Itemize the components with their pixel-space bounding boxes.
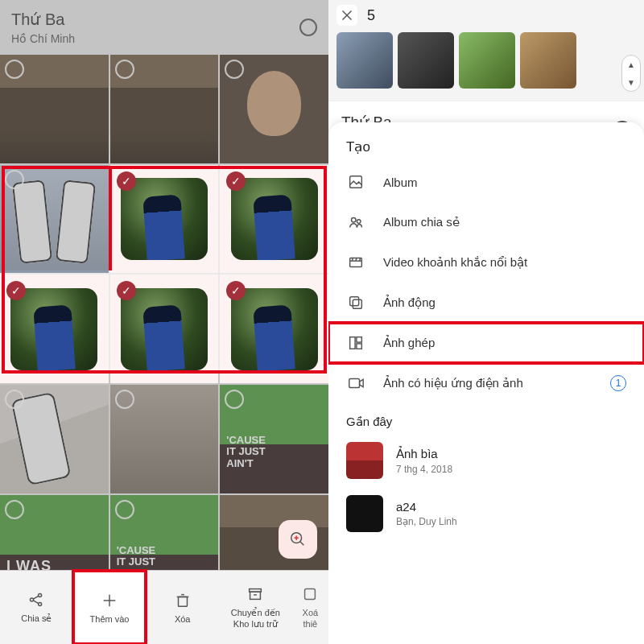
- right-top-preview: 5 ▲ ▼: [328, 0, 644, 101]
- zoom-fab[interactable]: [279, 520, 317, 559]
- photo-thumb-selected[interactable]: [0, 275, 109, 383]
- chevron-down-icon: ▼: [627, 78, 635, 87]
- menu-label: Album: [383, 175, 418, 189]
- menu-label: Ảnh động: [383, 295, 436, 310]
- svg-point-21: [352, 218, 357, 223]
- selected-thumb[interactable]: [336, 32, 393, 89]
- svg-line-27: [360, 258, 361, 262]
- remove-icon: [301, 585, 319, 603]
- svg-rect-28: [353, 299, 361, 308]
- animation-icon: [346, 294, 365, 312]
- menu-label: Video khoảnh khắc nổi bật: [383, 255, 527, 270]
- cinematic-icon: [346, 374, 365, 392]
- svg-rect-31: [357, 337, 361, 342]
- menu-album[interactable]: Album: [328, 162, 644, 202]
- photo-thumb[interactable]: [220, 385, 328, 493]
- selection-count: 5: [367, 7, 375, 24]
- svg-rect-15: [250, 592, 261, 600]
- share-icon: [27, 591, 45, 609]
- svg-line-8: [34, 601, 39, 604]
- svg-rect-29: [350, 297, 359, 306]
- share-label: Chia sẻ: [21, 613, 52, 624]
- archive-label-2: Kho lưu trữ: [233, 619, 278, 629]
- menu-label: Ảnh có hiệu ứng điện ảnh: [383, 376, 523, 390]
- remove-button[interactable]: Xoá thiê: [292, 571, 328, 644]
- sheet-title: Tạo: [328, 137, 644, 162]
- collage-icon: [346, 334, 365, 352]
- svg-rect-30: [350, 337, 355, 349]
- svg-line-26: [356, 258, 357, 262]
- menu-cinematic[interactable]: Ảnh có hiệu ứng điện ảnh 1: [328, 363, 644, 403]
- archive-button[interactable]: Chuyển đến Kho lưu trữ: [219, 571, 292, 644]
- checkmark-icon: [226, 171, 246, 191]
- recent-members: Bạn, Duy Linh: [396, 516, 457, 527]
- svg-line-7: [34, 596, 39, 599]
- photo-thumb[interactable]: [0, 165, 109, 274]
- close-icon: [338, 6, 356, 24]
- photo-thumb[interactable]: [220, 55, 328, 163]
- recent-name: a24: [396, 500, 457, 514]
- svg-rect-33: [349, 379, 360, 388]
- photo-thumb[interactable]: [110, 55, 219, 163]
- photo-grid: [0, 55, 328, 603]
- bottom-toolbar: Chia sẻ Thêm vào Xóa Chuyển đến Kho lưu …: [0, 570, 328, 644]
- recent-item[interactable]: a24 Bạn, Duy Linh: [328, 487, 644, 540]
- share-button[interactable]: Chia sẻ: [0, 571, 73, 644]
- shared-album-icon: [346, 213, 365, 231]
- menu-animation[interactable]: Ảnh động: [328, 283, 644, 323]
- recent-title: Gần đây: [328, 403, 644, 434]
- menu-label: Ảnh ghép: [383, 336, 435, 350]
- day-label: Thứ Ba: [11, 10, 75, 29]
- archive-label-1: Chuyển đến: [231, 608, 280, 617]
- right-panel: 5 ▲ ▼ Thứ Ba Hồ Chí Minh Tạo Albu: [328, 0, 644, 644]
- new-badge: 1: [610, 375, 626, 391]
- svg-point-5: [39, 593, 42, 597]
- delete-label: Xóa: [175, 614, 191, 624]
- add-to-label: Thêm vào: [90, 614, 130, 624]
- recent-name: Ảnh bìa: [396, 447, 452, 461]
- recent-date: 7 thg 4, 2018: [396, 464, 452, 475]
- selected-thumb[interactable]: [398, 32, 454, 89]
- menu-highlight-video[interactable]: Video khoảnh khắc nổi bật: [328, 242, 644, 283]
- create-sheet: Tạo Album Album chia sẻ Video khoảnh khắ…: [328, 122, 644, 644]
- photo-thumb[interactable]: [0, 55, 109, 163]
- recent-thumb: [346, 495, 383, 532]
- photo-thumb[interactable]: [0, 385, 109, 493]
- plus-icon: [101, 592, 118, 609]
- trash-icon: [174, 592, 192, 609]
- svg-rect-32: [357, 344, 361, 349]
- svg-rect-20: [350, 176, 362, 188]
- zoom-stepper[interactable]: ▲ ▼: [621, 55, 641, 92]
- recent-item[interactable]: Ảnh bìa 7 thg 4, 2018: [328, 434, 644, 487]
- select-all-toggle[interactable]: [299, 19, 317, 36]
- svg-rect-11: [178, 597, 187, 606]
- svg-rect-17: [305, 589, 316, 600]
- delete-button[interactable]: Xóa: [146, 571, 219, 644]
- recent-thumb: [346, 442, 383, 479]
- photo-thumb[interactable]: [110, 385, 219, 493]
- archive-icon: [246, 585, 264, 603]
- menu-shared-album[interactable]: Album chia sẻ: [328, 202, 644, 242]
- checkmark-icon: [117, 281, 136, 300]
- svg-point-6: [39, 602, 42, 605]
- album-icon: [346, 173, 365, 191]
- photo-thumb-selected[interactable]: [220, 275, 328, 383]
- svg-point-4: [31, 598, 34, 601]
- movie-icon: [346, 254, 365, 271]
- menu-label: Album chia sẻ: [383, 215, 460, 229]
- selected-thumb[interactable]: [520, 32, 576, 89]
- remove-label-2: thiê: [303, 619, 317, 629]
- left-panel: Thứ Ba Hồ Chí Minh: [0, 0, 328, 644]
- photo-thumb-selected[interactable]: [220, 165, 328, 274]
- photo-thumb-selected[interactable]: [110, 165, 219, 274]
- selected-thumb[interactable]: [459, 32, 515, 89]
- location-label: Hồ Chí Minh: [11, 32, 75, 45]
- menu-collage[interactable]: Ảnh ghép: [328, 323, 644, 363]
- magnify-plus-icon: [289, 530, 307, 548]
- chevron-up-icon: ▲: [627, 60, 635, 69]
- add-to-button[interactable]: Thêm vào: [73, 571, 147, 644]
- close-button[interactable]: [336, 5, 357, 26]
- photo-thumb-selected[interactable]: [110, 275, 219, 383]
- svg-point-22: [357, 220, 361, 224]
- selected-thumbs: [336, 32, 636, 93]
